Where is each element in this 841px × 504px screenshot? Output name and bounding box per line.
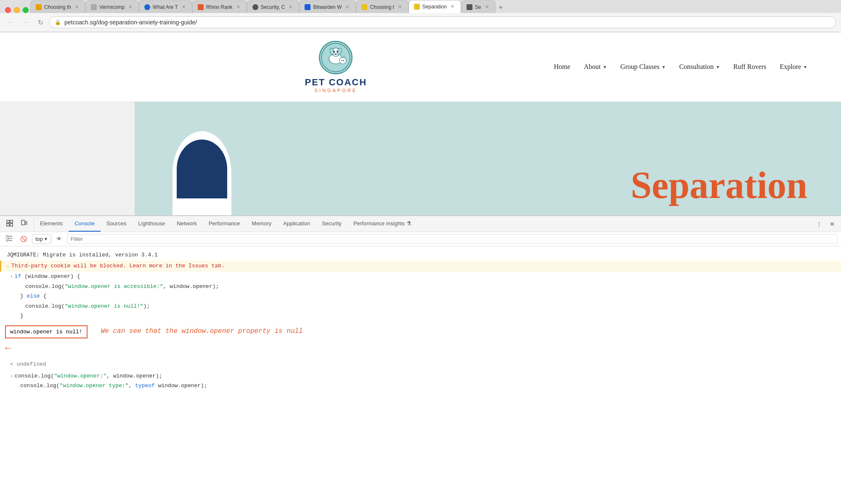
result-annotation-row: window.opener is null! ← We can see that… (0, 325, 841, 356)
tab-close-4[interactable]: ✕ (235, 4, 241, 10)
console-sidebar-button[interactable] (3, 234, 15, 244)
tab-label-5: Security, C (261, 4, 285, 10)
devtools-inspect-button[interactable] (3, 217, 16, 230)
devtools-tab-security[interactable]: Security (316, 216, 348, 232)
red-arrow-row: ← (5, 341, 93, 356)
tab-label-1: Choosing th (44, 4, 71, 10)
devtools-tab-performance-insights[interactable]: Performance insights ⚗ (348, 216, 417, 232)
logo-name: PET COACH (305, 77, 367, 88)
nav-consultation[interactable]: Consultation ▼ (679, 63, 720, 71)
console-line-code-4: console.log("window.opener is null!"); (0, 301, 841, 311)
browser-tab-9[interactable]: Se ✕ (461, 0, 496, 13)
devtools-tab-sources[interactable]: Sources (101, 216, 133, 232)
traffic-lights (5, 7, 29, 13)
devtools-tab-elements[interactable]: Elements (34, 216, 69, 232)
hero-area: Separation (135, 102, 841, 215)
svg-point-6 (337, 51, 338, 53)
tab-close-8[interactable]: ✕ (449, 3, 456, 10)
console-eye-button[interactable]: 👁 (54, 234, 64, 244)
tab-favicon-9 (467, 4, 472, 10)
minimize-button[interactable] (14, 7, 20, 13)
maximize-button[interactable] (23, 7, 29, 13)
svg-rect-13 (7, 220, 9, 223)
browser-tab-2[interactable]: Vermicomp ✕ (85, 0, 139, 13)
browser-tab-8[interactable]: Separation ✕ (409, 0, 461, 13)
devtools-close-button[interactable]: ✕ (827, 218, 838, 230)
nav-explore[interactable]: Explore ▼ (780, 63, 807, 71)
console-line-code-5: } (0, 311, 841, 321)
devtools-tab-lighthouse[interactable]: Lighthouse (133, 216, 171, 232)
browser-chrome: Choosing th ✕ Vermicomp ✕ What Are T ✕ R… (0, 0, 841, 32)
browser-tab-3[interactable]: What Are T ✕ (139, 0, 192, 13)
forward-button[interactable]: → (20, 17, 32, 28)
browser-tab-5[interactable]: Security, C ✕ (247, 0, 300, 13)
nav-ruff-rovers[interactable]: Ruff Rovers (733, 63, 766, 71)
svg-rect-14 (10, 220, 13, 223)
reload-button[interactable]: ↻ (35, 17, 46, 28)
logo-sub: SINGAPORE (305, 88, 367, 93)
tab-close-6[interactable]: ✕ (344, 4, 350, 10)
nav-about[interactable]: About ▼ (584, 63, 607, 71)
close-button[interactable] (5, 7, 11, 13)
hero-separation-text: Separation (631, 164, 807, 207)
logo-circle (319, 41, 353, 74)
console-line-code-3: } else { (0, 291, 841, 301)
website-content: PET COACH SINGAPORE Home About ▼ Group C… (0, 32, 841, 215)
devtools-tab-application[interactable]: Application (277, 216, 316, 232)
console-line-code-2: console.log("window.opener is accessible… (0, 282, 841, 292)
browser-tab-1[interactable]: Choosing th ✕ (30, 0, 85, 13)
console-line-undefined: < undefined (0, 359, 841, 369)
tab-label-7: Choosing t (370, 4, 394, 10)
tab-favicon-5 (252, 4, 258, 10)
browser-tab-7[interactable]: Choosing t ✕ (356, 0, 408, 13)
annotation-text: We can see that the window.opener proper… (101, 326, 303, 336)
nav-home[interactable]: Home (554, 63, 570, 71)
devtools-tab-memory[interactable]: Memory (246, 216, 277, 232)
devtools-tab-network[interactable]: Network (171, 216, 203, 232)
tab-close-7[interactable]: ✕ (397, 4, 403, 10)
code-line-1: if (window.opener) { (15, 272, 80, 281)
svg-point-5 (333, 51, 335, 53)
console-clear-button[interactable]: 🚫 (18, 234, 29, 244)
annotation-area: We can see that the window.opener proper… (101, 326, 303, 336)
address-text: petcoach.sg/dog-separation-anxiety-train… (64, 19, 830, 26)
expand-code2-1[interactable]: › (10, 373, 13, 380)
devtools-more-button[interactable]: ⋮ (813, 218, 825, 230)
devtools-device-button[interactable] (18, 217, 30, 230)
tab-label-3: What Are T (153, 4, 178, 10)
context-selector[interactable]: top ▼ (32, 234, 51, 244)
tab-label-8: Separation (422, 4, 447, 10)
site-header: PET COACH SINGAPORE Home About ▼ Group C… (0, 32, 841, 102)
consultation-dropdown-icon: ▼ (716, 65, 720, 69)
context-label: top (35, 236, 43, 242)
console-filter-input[interactable] (67, 234, 838, 244)
tab-close-2[interactable]: ✕ (127, 4, 133, 10)
console-text-warning: Third-party cookie will be blocked. Lear… (11, 262, 225, 270)
code2-line-1: console.log("window.opener:", window.ope… (15, 372, 162, 380)
tab-favicon-2 (91, 4, 97, 10)
tab-close-5[interactable]: ✕ (287, 4, 294, 10)
lock-icon: 🔒 (55, 19, 61, 25)
console-output: JQMIGRATE: Migrate is installed, version… (0, 246, 841, 394)
new-tab-button[interactable]: + (496, 2, 506, 13)
tab-close-1[interactable]: ✕ (74, 4, 80, 10)
explore-dropdown-icon: ▼ (803, 65, 807, 69)
code-line-3: } else { (20, 292, 46, 301)
about-dropdown-icon: ▼ (603, 65, 607, 69)
tab-close-9[interactable]: ✕ (484, 4, 490, 10)
tab-favicon-7 (361, 4, 367, 10)
logo-area: PET COACH SINGAPORE (305, 41, 367, 93)
devtools-tab-performance[interactable]: Performance (203, 216, 246, 232)
undefined-text: < undefined (10, 361, 46, 367)
expand-code-1[interactable]: › (10, 273, 13, 280)
nav-group-classes[interactable]: Group Classes ▼ (621, 63, 666, 71)
devtools-tab-console[interactable]: Console (69, 216, 101, 232)
back-button[interactable]: ← (5, 17, 17, 28)
browser-tab-4[interactable]: Rhino Rank ✕ (192, 0, 247, 13)
devtools-toolbar: Elements Console Sources Lighthouse Netw… (0, 216, 841, 232)
main-nav: Home About ▼ Group Classes ▼ Consultatio… (554, 63, 807, 71)
address-bar[interactable]: 🔒 petcoach.sg/dog-separation-anxiety-tra… (49, 16, 836, 28)
tab-close-3[interactable]: ✕ (180, 4, 187, 10)
devtools-panel: Elements Console Sources Lighthouse Netw… (0, 215, 841, 394)
browser-tab-6[interactable]: Bitwarden W ✕ (299, 0, 356, 13)
